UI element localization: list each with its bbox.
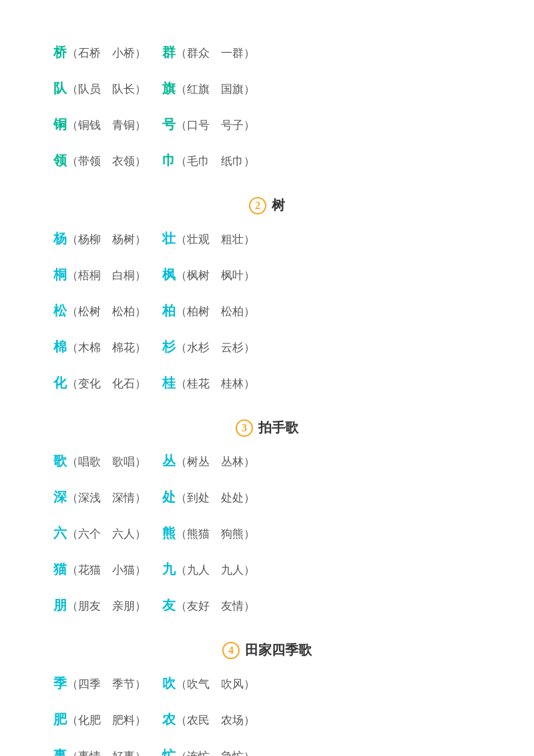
key-char: 巾 <box>162 148 176 172</box>
vocab-item: 壮 （壮观 粗壮） <box>162 226 255 250</box>
section-3: 3 拍手歌 歌 （唱歌 歌唱） 丛 （树丛 丛林） 深 （深浅 深情） 处 （到… <box>53 419 481 617</box>
key-char: 深 <box>53 485 67 509</box>
key-char: 季 <box>53 671 67 695</box>
paren-text: （桂花 桂林） <box>176 374 255 395</box>
key-char: 棉 <box>53 335 67 359</box>
vocab-item: 熊 （熊猫 狗熊） <box>162 521 255 545</box>
vocab-item: 深 （深浅 深情） <box>53 485 146 509</box>
section-title: 2 树 <box>53 196 481 214</box>
vocab-item: 队 （队员 队长） <box>53 76 146 100</box>
vocab-item: 朋 （朋友 亲朋） <box>53 593 146 617</box>
paren-text: （唱歌 歌唱） <box>67 452 146 473</box>
vocab-item: 歌 （唱歌 歌唱） <box>53 449 146 473</box>
vocab-item: 吹 （吹气 吹风） <box>162 671 255 695</box>
vocab-item: 巾 （毛巾 纸巾） <box>162 148 255 172</box>
section-2: 2 树 杨 （杨柳 杨树） 壮 （壮观 粗壮） 桐 （梧桐 白桐） 枫 （枫树 … <box>53 196 481 395</box>
vocab-item: 桐 （梧桐 白桐） <box>53 262 146 287</box>
vocab-item: 事 （事情 好事） <box>53 743 146 756</box>
key-char: 队 <box>53 76 67 100</box>
paren-text: （红旗 国旗） <box>176 79 255 100</box>
paren-text: （朋友 亲朋） <box>67 596 146 617</box>
paren-text: （连忙 急忙） <box>176 747 255 756</box>
vocab-item: 杨 （杨柳 杨树） <box>53 226 146 250</box>
vocab-item: 桂 （桂花 桂林） <box>162 371 255 395</box>
paren-text: （带领 衣领） <box>67 152 146 172</box>
key-char: 柏 <box>162 299 176 323</box>
vocab-row: 猫 （花猫 小猫） 九 （九人 九人） <box>53 557 481 581</box>
paren-text: （到处 处处） <box>176 488 255 509</box>
key-char: 铜 <box>53 112 67 136</box>
key-char: 壮 <box>162 226 176 250</box>
vocab-item: 棉 （木棉 棉花） <box>53 335 146 359</box>
key-char: 化 <box>53 371 67 395</box>
vocab-item: 领 （带领 衣领） <box>53 148 146 172</box>
key-char: 事 <box>53 743 67 756</box>
vocab-row: 棉 （木棉 棉花） 杉 （水杉 云杉） <box>53 335 481 359</box>
key-char: 朋 <box>53 593 67 617</box>
paren-text: （杨柳 杨树） <box>67 230 146 250</box>
key-char: 群 <box>162 40 176 64</box>
paren-text: （木棉 棉花） <box>67 338 146 359</box>
key-char: 领 <box>53 148 67 172</box>
key-char: 熊 <box>162 521 176 545</box>
paren-text: （友好 友情） <box>176 596 255 617</box>
key-char: 枫 <box>162 262 176 287</box>
vocab-item: 六 （六个 六人） <box>53 521 146 545</box>
vocab-row: 桐 （梧桐 白桐） 枫 （枫树 枫叶） <box>53 262 481 287</box>
paren-text: （毛巾 纸巾） <box>176 152 255 172</box>
key-char: 桂 <box>162 371 176 395</box>
paren-text: （枫树 枫叶） <box>176 266 255 287</box>
key-char: 号 <box>162 112 176 136</box>
section-number: 3 <box>236 419 253 437</box>
paren-text: （口号 号子） <box>176 116 255 136</box>
key-char: 猫 <box>53 557 67 581</box>
paren-text: （柏树 松柏） <box>176 302 255 323</box>
key-char: 肥 <box>53 707 67 731</box>
vocab-item: 铜 （铜钱 青铜） <box>53 112 146 136</box>
paren-text: （六个 六人） <box>67 524 146 545</box>
section-title: 4 田家四季歌 <box>53 641 481 659</box>
paren-text: （熊猫 狗熊） <box>176 524 255 545</box>
key-char: 九 <box>162 557 176 581</box>
paren-text: （梧桐 白桐） <box>67 266 146 287</box>
key-char: 松 <box>53 299 67 323</box>
paren-text: （化肥 肥料） <box>67 711 146 731</box>
paren-text: （队员 队长） <box>67 79 146 100</box>
key-char: 六 <box>53 521 67 545</box>
vocab-row: 六 （六个 六人） 熊 （熊猫 狗熊） <box>53 521 481 545</box>
vocab-item: 杉 （水杉 云杉） <box>162 335 255 359</box>
key-char: 友 <box>162 593 176 617</box>
vocab-item: 化 （变化 化石） <box>53 371 146 395</box>
key-char: 处 <box>162 485 176 509</box>
vocab-item: 友 （友好 友情） <box>162 593 255 617</box>
vocab-row: 深 （深浅 深情） 处 （到处 处处） <box>53 485 481 509</box>
page-content: 桥 （石桥 小桥） 群 （群众 一群） 队 （队员 队长） 旗 （红旗 国旗） … <box>53 40 481 756</box>
vocab-item: 桥 （石桥 小桥） <box>53 40 146 64</box>
section-1: 桥 （石桥 小桥） 群 （群众 一群） 队 （队员 队长） 旗 （红旗 国旗） … <box>53 40 481 172</box>
vocab-row: 事 （事情 好事） 忙 （连忙 急忙） <box>53 743 481 756</box>
vocab-row: 杨 （杨柳 杨树） 壮 （壮观 粗壮） <box>53 226 481 250</box>
key-char: 歌 <box>53 449 67 473</box>
key-char: 忙 <box>162 743 176 756</box>
key-char: 农 <box>162 707 176 731</box>
vocab-item: 忙 （连忙 急忙） <box>162 743 255 756</box>
section-title-text: 树 <box>272 196 285 214</box>
vocab-item: 旗 （红旗 国旗） <box>162 76 255 100</box>
key-char: 桐 <box>53 262 67 287</box>
paren-text: （四季 季节） <box>67 675 146 695</box>
paren-text: （花猫 小猫） <box>67 560 146 581</box>
section-title-text: 拍手歌 <box>258 419 298 437</box>
key-char: 桥 <box>53 40 67 64</box>
vocab-item: 丛 （树丛 丛林） <box>162 449 255 473</box>
vocab-item: 处 （到处 处处） <box>162 485 255 509</box>
vocab-row: 桥 （石桥 小桥） 群 （群众 一群） <box>53 40 481 64</box>
paren-text: （壮观 粗壮） <box>176 230 255 250</box>
paren-text: （吹气 吹风） <box>176 675 255 695</box>
paren-text: （农民 农场） <box>176 711 255 731</box>
section-4: 4 田家四季歌 季 （四季 季节） 吹 （吹气 吹风） 肥 （化肥 肥料） 农 … <box>53 641 481 756</box>
vocab-item: 柏 （柏树 松柏） <box>162 299 255 323</box>
section-number: 4 <box>222 642 240 659</box>
vocab-item: 农 （农民 农场） <box>162 707 255 731</box>
vocab-item: 号 （口号 号子） <box>162 112 255 136</box>
key-char: 吹 <box>162 671 176 695</box>
